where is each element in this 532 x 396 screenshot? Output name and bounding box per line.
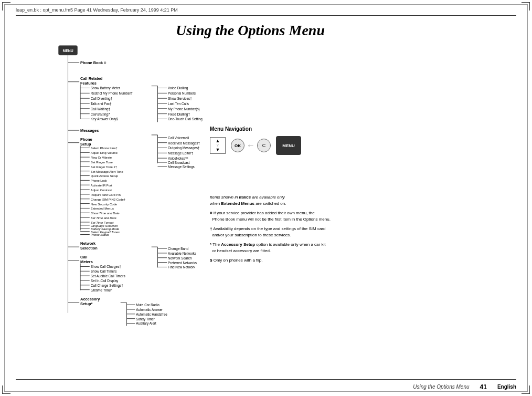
menu-navigation-title: Menu Navigation [210,126,516,132]
svg-text:Setup*: Setup* [80,301,92,306]
svg-text:Message Editor†: Message Editor† [168,151,193,155]
svg-text:Phone: Phone [80,137,92,142]
svg-text:Automatic Answer: Automatic Answer [136,308,163,311]
down-arrow-icon: ▼ [212,148,223,153]
dagger-note: † Availability depends on the type and s… [210,226,516,238]
svg-text:Select Phone Line†: Select Phone Line† [91,147,118,150]
svg-text:Show Call Timers: Show Call Timers [91,269,117,273]
svg-text:Set Audible Call Timers: Set Audible Call Timers [91,274,125,278]
svg-text:My Phone Number(s): My Phone Number(s) [168,107,200,111]
svg-text:Find New Network: Find New Network [168,265,196,269]
svg-text:VoiceNotes™: VoiceNotes™ [168,157,188,160]
svg-text:Set Ringer Tone 2†: Set Ringer Tone 2† [91,165,117,169]
svg-text:Adjust Contrast: Adjust Contrast [91,189,112,192]
svg-text:Call Barring†: Call Barring† [91,112,110,117]
svg-text:Phone Status: Phone Status [91,233,109,236]
svg-text:Accessory: Accessory [80,297,100,301]
svg-text:Set Ringer Tone: Set Ringer Tone [91,161,113,164]
svg-text:Features: Features [80,81,97,86]
svg-text:Require SIM Card PIN: Require SIM Card PIN [91,193,121,196]
footer-section-title: Using the Options Menu [413,384,469,390]
footer-bar: Using the Options Menu 41 English [16,379,516,392]
svg-text:Meters: Meters [80,259,93,264]
svg-text:Show Battery Meter: Show Battery Meter [91,86,121,90]
svg-text:Cell Broadcast: Cell Broadcast [168,161,190,164]
left-panel: MENU Phone Book # Call Related Features … [16,45,210,375]
hash-note: # If your service provider has added the… [210,210,516,223]
svg-text:Ring Or Vibrate: Ring Or Vibrate [91,156,112,159]
star-note: * The Accessory Setup option is availabl… [210,242,516,254]
page-title: Using the Options Menu [0,22,501,39]
svg-text:Show Call Charges†: Show Call Charges† [91,265,122,269]
nav-diagram: ▲ Y ▼ OK ← C MENU [210,136,516,155]
svg-text:Available Networks: Available Networks [168,252,196,255]
svg-text:Phone Book: Phone Book [80,60,103,65]
svg-text:Quick Access Setup: Quick Access Setup [91,174,119,178]
svg-text:Set Message Alert Tone: Set Message Alert Tone [91,170,123,173]
svg-text:Set In-Call Display: Set In-Call Display [91,279,119,283]
svg-text:Call Diverting†: Call Diverting† [91,97,113,101]
svg-text:Adjust Ring Volume: Adjust Ring Volume [91,151,118,154]
svg-text:Call Waiting†: Call Waiting† [91,107,111,111]
svg-text:Mute Car Radio: Mute Car Radio [136,303,159,307]
italics-note: Items shown in Italics are available onl… [210,194,516,207]
svg-text:One-Touch Dial Setting: One-Touch Dial Setting [168,117,203,121]
c-button[interactable]: C [257,139,271,152]
svg-text:#: # [104,60,107,65]
svg-text:Call Charge Settings†: Call Charge Settings† [91,284,123,288]
svg-text:Phone Lock: Phone Lock [91,179,107,182]
svg-text:Change SIM PIN2 Code†: Change SIM PIN2 Code† [91,198,125,201]
footer-page-number: 41 [480,383,487,391]
menu-navigation-section: Menu Navigation ▲ Y ▼ OK ← C MENU [210,126,516,160]
svg-text:Activate IR Port: Activate IR Port [91,184,112,187]
left-arrow-icon: ← [247,141,255,150]
svg-text:Network Search: Network Search [168,256,192,260]
svg-text:Voice Dialling: Voice Dialling [168,86,188,90]
svg-text:Messages: Messages [80,128,99,133]
dollar-note: $ Only on phones with a flip. [210,257,516,264]
notes-section: Items shown in Italics are available onl… [210,194,516,267]
svg-text:Show Services†: Show Services† [168,97,192,100]
svg-text:Automatic Handsfree: Automatic Handsfree [136,312,167,316]
svg-text:Show Time and Date: Show Time and Date [91,212,120,215]
svg-text:Call: Call [80,255,88,259]
header-bar: leap_en.bk : opt_menu.fm5 Page 41 Wednes… [16,4,516,16]
svg-text:Safety Timer: Safety Timer [136,317,155,321]
svg-text:MENU: MENU [62,49,73,53]
svg-text:Auxiliary Alert: Auxiliary Alert [136,321,156,326]
ok-c-row: OK ← C [231,139,271,152]
menu-button[interactable]: MENU [276,136,301,155]
svg-text:Lifetime Timer: Lifetime Timer [91,288,112,292]
svg-text:Call Voicemail: Call Voicemail [168,136,189,140]
svg-text:Fixed Dialling†: Fixed Dialling† [168,112,190,117]
svg-text:Key Answer Only$: Key Answer Only$ [91,117,119,121]
svg-text:Set Time and Date: Set Time and Date [91,216,117,220]
main-content: MENU Phone Book # Call Related Features … [16,45,516,375]
svg-text:Restrict My Phone Number†: Restrict My Phone Number† [91,91,133,96]
svg-text:Selection: Selection [80,246,98,251]
svg-text:New Security Code: New Security Code [91,203,117,206]
nav-arrows-box: ▲ Y ▼ [210,137,226,154]
svg-text:Preferred Networks: Preferred Networks [168,261,197,265]
footer-language: English [497,384,516,390]
header-text: leap_en.bk : opt_menu.fm5 Page 41 Wednes… [16,7,178,13]
svg-text:Outgoing Messages†: Outgoing Messages† [168,146,200,150]
menu-diagram-svg: MENU Phone Book # Call Related Features … [16,45,210,339]
svg-text:Talk and Fax†: Talk and Fax† [91,102,112,106]
svg-text:Call Related: Call Related [80,76,103,81]
right-panel: Menu Navigation ▲ Y ▼ OK ← C MENU Items [210,45,516,375]
svg-text:Network: Network [80,241,96,246]
svg-text:Received Messages†: Received Messages† [168,141,200,145]
ok-button[interactable]: OK [231,139,244,152]
svg-text:Extended Menus: Extended Menus [91,207,114,210]
svg-text:Setup: Setup [80,142,91,147]
svg-text:Message Settings: Message Settings [168,165,195,169]
svg-text:Change Band: Change Band [168,247,188,251]
svg-text:Last Ten Calls: Last Ten Calls [168,102,189,106]
svg-text:Personal Numbers: Personal Numbers [168,91,196,95]
